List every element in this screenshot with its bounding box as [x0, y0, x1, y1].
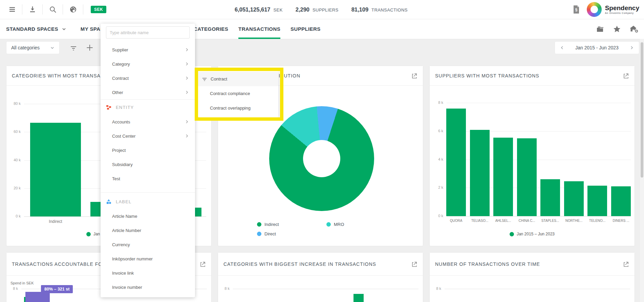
x-axis-label: TELENO... [585, 219, 609, 223]
menu-item-invoice-link[interactable]: Invoice link [101, 266, 195, 280]
chart-legend[interactable]: Jan 2015 – Jun 2023 [430, 232, 635, 236]
chevron-down-icon [50, 46, 55, 50]
gridline [233, 289, 418, 289]
menu-item-ink-psorder-nummer[interactable]: Inköpsorder nummer [101, 252, 195, 266]
open-in-new-icon [622, 72, 629, 79]
tab-transactions[interactable]: TRANSACTIONS [238, 19, 280, 39]
date-range-picker[interactable]: Jan 2015 - Jun 2023 [555, 41, 639, 54]
open-in-new-icon [199, 261, 206, 268]
expand-button[interactable] [199, 261, 206, 268]
menu-item-cost-center[interactable]: Cost Center [101, 129, 195, 143]
bar-staples[interactable] [540, 179, 560, 216]
date-range-value: Jan 2015 - Jun 2023 [575, 45, 619, 50]
stat-value: 81,109 [351, 6, 368, 13]
y-axis-tick: 4 k [430, 157, 443, 161]
search-button[interactable] [43, 4, 63, 15]
card-header: SUPPLIERS WITH MOST TRANSACTIONS [430, 66, 635, 86]
bar-tooltip: 80% – 321 st [41, 285, 73, 293]
card-title: SUPPLIERS WITH MOST TRANSACTIONS [435, 73, 539, 78]
category-select[interactable]: All categories [6, 41, 60, 54]
menu-item-invoice-number[interactable]: Invoice number [101, 280, 195, 294]
menu-item-category[interactable]: Category [101, 57, 195, 71]
legend-item-direct[interactable]: Direct [257, 231, 276, 236]
menu-item-article-name[interactable]: Article Name [101, 209, 195, 223]
chevron-right-icon [185, 120, 189, 124]
bar-diners[interactable] [611, 186, 631, 216]
menu-item-label: Category [112, 62, 130, 67]
tab-categories[interactable]: CATEGORIES [194, 19, 228, 39]
open-in-new-icon [411, 72, 417, 79]
spaces-overview-button[interactable] [596, 25, 604, 33]
menu-item-label: Invoice link [112, 271, 134, 276]
section-header-label: ENTITY [116, 105, 134, 110]
legend-item-mro[interactable]: MRO [326, 222, 344, 227]
menu-item-supplier[interactable]: Supplier [101, 43, 195, 57]
expand-button[interactable] [622, 261, 629, 268]
standard-spaces-menu[interactable]: STANDARD SPACES [6, 26, 66, 32]
submenu-item-contract-overlapping[interactable]: Contract overlapping [198, 101, 278, 115]
menu-item-other[interactable]: Other [101, 85, 195, 99]
scrollbar-thumb[interactable] [641, 42, 643, 178]
menu-item-subsidiary[interactable]: Subsidiary [101, 157, 195, 171]
stat-sek: 6,051,125,617SEK [235, 6, 283, 13]
legend-dot [257, 232, 261, 236]
attribute-search-input[interactable] [106, 26, 190, 39]
gridline [447, 216, 631, 216]
svg-text:§: § [575, 7, 577, 12]
menu-item-label: Project [112, 148, 126, 153]
expand-button[interactable] [411, 72, 417, 79]
bar-1[interactable] [353, 294, 364, 302]
transaction-distribution-donut[interactable] [269, 106, 374, 211]
download-icon [28, 5, 37, 14]
bar-ahlsel[interactable] [493, 138, 513, 216]
menu-item-label: Cost Center [112, 134, 135, 139]
bar-quora[interactable] [446, 109, 466, 216]
spaces-nav: STANDARD SPACES MY SPACES [6, 19, 111, 39]
submenu-item-contract[interactable]: Contract [198, 72, 278, 86]
bar-indirect[interactable] [30, 123, 81, 216]
chevron-left-icon[interactable] [560, 45, 564, 50]
currency-badge[interactable]: SEK [91, 6, 106, 13]
theme-button[interactable] [63, 4, 83, 15]
menu-item-test[interactable]: Test [101, 171, 195, 186]
topbar-right: § Spendency An Onventis Company [573, 0, 639, 19]
menu-item-article-number[interactable]: Article Number [101, 223, 195, 237]
bar-teleno[interactable] [587, 186, 607, 216]
bar-china-c[interactable] [517, 138, 537, 216]
tab-suppliers[interactable]: SUPPLIERS [291, 19, 321, 39]
card-header: NUMBER OF TRANSACTIONS OVER TIME [430, 253, 635, 276]
y-axis-tick: 2 k [430, 185, 443, 189]
menu-item-accounts[interactable]: Accounts [101, 115, 195, 129]
x-axis-label: STAPLES... [538, 219, 562, 223]
x-axis-label: TELIASO... [468, 219, 492, 223]
y-axis-tick: 8 k [430, 286, 441, 291]
legend-item-indirect[interactable]: Indirect [257, 222, 279, 227]
bar-teliaso[interactable] [470, 130, 490, 216]
navbar: STANDARD SPACES MY SPACES CATEGORIESTRAN… [0, 19, 644, 39]
bar-northe[interactable] [564, 181, 584, 216]
filter-icon [201, 76, 208, 82]
legend-dot [510, 232, 514, 236]
filter-button[interactable] [69, 44, 78, 52]
submenu-item-contract-compliance[interactable]: Contract compliance [198, 86, 278, 101]
chevron-right-icon[interactable] [629, 45, 634, 50]
expand-button[interactable] [622, 72, 629, 79]
download-button[interactable] [22, 4, 43, 15]
nav-tabs: CATEGORIESTRANSACTIONSSUPPLIERS [194, 19, 321, 39]
menu-item-contract[interactable]: Contract [101, 71, 195, 85]
y-axis-tick: 20 k [6, 186, 21, 190]
page-scrollbar[interactable] [640, 39, 644, 302]
expand-button[interactable] [411, 261, 417, 268]
menu-item-currency[interactable]: Currency [101, 237, 195, 252]
bar-primary[interactable] [25, 292, 50, 302]
add-filter-button[interactable] [85, 43, 94, 52]
terms-button[interactable]: § [573, 5, 580, 14]
menu-item-label: Inköpsorder nummer [112, 256, 153, 261]
add-home-button[interactable] [629, 25, 639, 33]
menu-button[interactable] [2, 4, 22, 15]
card-transactions-over-time: NUMBER OF TRANSACTIONS OVER TIME 8 k [429, 252, 635, 302]
favorites-button[interactable] [613, 25, 621, 33]
spendency-logo-mark [587, 2, 602, 17]
menu-item-project[interactable]: Project [101, 143, 195, 157]
section-header-entity: ENTITY [101, 100, 195, 115]
